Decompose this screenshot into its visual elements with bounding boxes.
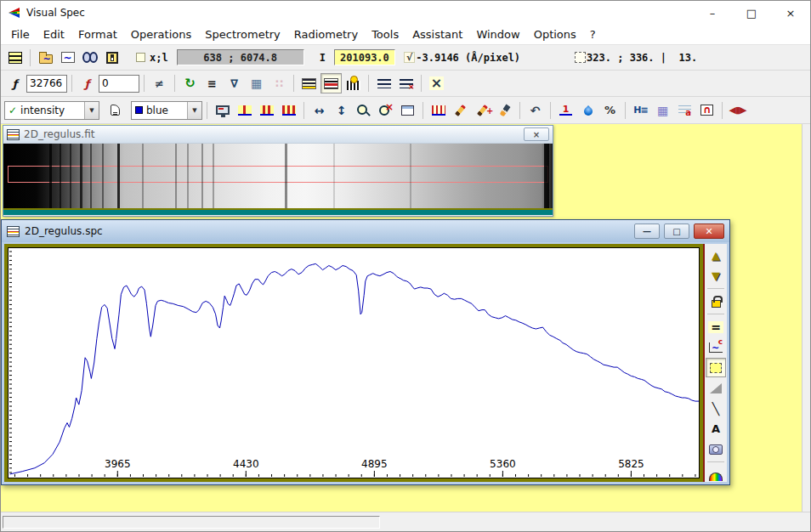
show-extraction-zone-button[interactable] xyxy=(320,73,342,93)
binning-1-button[interactable] xyxy=(234,100,255,121)
camera-capture-button[interactable] xyxy=(706,439,726,459)
stretch-vertical-button[interactable]: ↕ xyxy=(331,100,352,121)
droplet-icon xyxy=(581,105,593,116)
delete-x-icon: × xyxy=(429,76,444,90)
spc-restore-button[interactable]: □ xyxy=(664,224,689,239)
menu-item-window[interactable]: Window xyxy=(469,25,526,43)
absorption-line xyxy=(544,144,549,208)
menu-item-edit[interactable]: Edit xyxy=(37,25,71,43)
draw-pencil-button[interactable] xyxy=(450,100,471,121)
minimize-button[interactable]: – xyxy=(693,1,732,25)
open-image-button[interactable] xyxy=(57,48,78,68)
coordinates-checkbox[interactable] xyxy=(136,53,145,62)
toolbar-separator xyxy=(707,461,724,462)
pick-series-button[interactable] xyxy=(105,100,126,121)
display-profile-button[interactable] xyxy=(212,100,233,121)
lock-icon xyxy=(712,300,721,308)
reference-lines-button[interactable]: ≠ xyxy=(149,73,170,93)
stretch-horizontal-button[interactable]: ↔ xyxy=(309,100,330,121)
sky-zone-a-button[interactable] xyxy=(373,73,394,93)
zoom-button[interactable] xyxy=(353,100,374,121)
lock-button[interactable] xyxy=(706,291,726,311)
absorption-line xyxy=(49,144,52,208)
annotate-lines-button[interactable] xyxy=(674,100,695,121)
x-axis-tick-label: 3965 xyxy=(105,458,131,470)
toolbar-separator xyxy=(368,75,369,92)
menu-item-assistant[interactable]: Assistant xyxy=(406,25,469,43)
unzoom-button[interactable] xyxy=(375,100,396,121)
binning-2-button[interactable] xyxy=(256,100,277,121)
title-bar: Visual Spec – □ × xyxy=(1,1,810,25)
menu-item-format[interactable]: Format xyxy=(71,25,124,43)
balmer-icon: H≡ xyxy=(633,105,647,115)
threshold-low-button[interactable]: ƒ xyxy=(77,73,98,93)
gradient-fill-button[interactable] xyxy=(706,378,726,398)
threshold-high-button[interactable]: ƒ xyxy=(4,73,26,93)
menu-item-radiometry[interactable]: Radiometry xyxy=(287,25,365,43)
undo-curve-button[interactable]: ↶ xyxy=(525,100,546,121)
intensity-field[interactable]: 201093.0 xyxy=(334,49,395,65)
extraction-zone-rectangle[interactable] xyxy=(8,166,548,183)
mdi-client-area: 2D_regulus.fit × 2D_regulus.spc — □ ✕ 39… xyxy=(1,124,810,512)
ratio-percent-button[interactable]: % xyxy=(599,100,621,121)
visual-spec-window: Visual Spec – □ × FileEditFormatOperatio… xyxy=(0,0,811,532)
threshold-max-input[interactable] xyxy=(26,75,67,93)
spc-title-bar[interactable]: 2D_regulus.spc — □ ✕ xyxy=(2,220,729,242)
erase-brush-button[interactable] xyxy=(494,100,515,121)
sky-zone-b-button[interactable] xyxy=(395,73,417,93)
cut-profile-button[interactable] xyxy=(428,100,449,121)
balmer-lines-button[interactable]: H≡ xyxy=(630,100,651,121)
menu-item-spectrometry[interactable]: Spectrometry xyxy=(198,25,287,43)
binning-3-button[interactable] xyxy=(278,100,299,121)
equals-scale-button[interactable]: = xyxy=(706,317,726,337)
save-button[interactable] xyxy=(101,48,122,68)
fit-title-bar[interactable]: 2D_regulus.fit × xyxy=(3,126,553,144)
rotate-image-button[interactable]: ↻ xyxy=(179,73,201,93)
normalize-button[interactable] xyxy=(555,100,576,121)
combo-dropdown-arrow-icon[interactable]: ▼ xyxy=(187,102,201,119)
menu-item-options[interactable]: Options xyxy=(527,25,583,43)
maximize-button[interactable]: □ xyxy=(732,1,771,25)
color-combo-value: blue xyxy=(146,105,187,116)
fit-spectrum-strip[interactable] xyxy=(3,144,553,208)
element-lines-button[interactable]: ▦ xyxy=(652,100,673,121)
draw-pencil-add-button[interactable] xyxy=(472,100,493,121)
plot-continuum-button[interactable] xyxy=(706,337,726,357)
extraction-stripes-button[interactable] xyxy=(298,73,320,93)
audio-play-button[interactable]: ◀▮▶ xyxy=(727,100,748,121)
pointer-down-button[interactable]: ▼ xyxy=(706,266,726,286)
spectrum-plot[interactable]: 39654430489553605825 xyxy=(8,247,700,478)
open-profile-button[interactable] xyxy=(35,48,56,68)
menu-item-help[interactable]: ? xyxy=(583,25,603,43)
series-combo[interactable]: ✓intensity▼ xyxy=(4,101,99,120)
toolbar-separator xyxy=(174,75,175,92)
gaussian-fit-button[interactable] xyxy=(696,100,717,121)
browse-button[interactable] xyxy=(79,48,100,68)
menu-item-operations[interactable]: Operations xyxy=(124,25,198,43)
threshold-min-input[interactable] xyxy=(99,75,139,93)
zoom-window-button[interactable] xyxy=(397,100,418,121)
registration-table-button[interactable]: ▦ xyxy=(246,73,267,93)
display-series-button[interactable] xyxy=(4,48,26,68)
absorption-line xyxy=(201,144,203,208)
color-combo[interactable]: blue▼ xyxy=(131,101,202,120)
coordinates-field[interactable]: 638 ; 6074.8 xyxy=(177,49,304,65)
menu-item-tools[interactable]: Tools xyxy=(365,25,406,43)
fit-close-button[interactable]: × xyxy=(524,127,549,141)
color-palette-button[interactable] xyxy=(706,465,726,484)
selection-marquee-button[interactable] xyxy=(706,358,726,377)
text-tool-button[interactable]: A xyxy=(706,419,726,439)
pointer-up-button[interactable]: ▲ xyxy=(706,246,726,265)
smooth-droplet-button[interactable] xyxy=(577,100,598,121)
combo-dropdown-arrow-icon[interactable]: ▼ xyxy=(84,102,99,119)
menu-item-file[interactable]: File xyxy=(4,25,37,43)
line-tool-button[interactable]: ╲ xyxy=(706,399,726,418)
delete-operation-button[interactable]: × xyxy=(426,73,447,93)
spc-minimize-button[interactable]: — xyxy=(634,224,660,239)
geometry-button[interactable]: ∇ xyxy=(224,73,245,93)
spc-close-button[interactable]: ✕ xyxy=(694,224,724,239)
close-button[interactable]: × xyxy=(771,1,810,25)
tilt-align-button[interactable]: ≡ xyxy=(201,73,223,93)
binning-zone-button[interactable] xyxy=(343,73,364,93)
window-title: Visual Spec xyxy=(26,7,85,19)
